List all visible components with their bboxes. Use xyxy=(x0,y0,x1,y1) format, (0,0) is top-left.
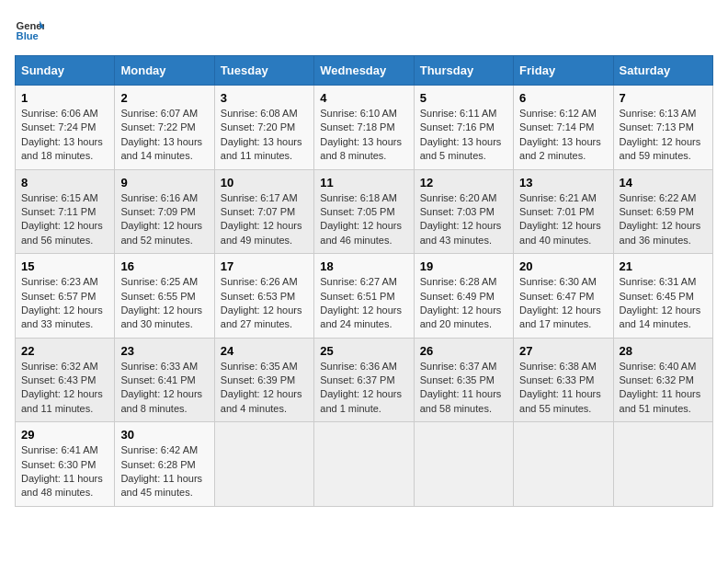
cell-info-line: Sunset: 6:55 PM xyxy=(120,290,208,304)
day-number: 22 xyxy=(21,344,108,358)
day-number: 3 xyxy=(221,91,308,105)
cell-info-line: Sunrise: 6:13 AM xyxy=(620,107,707,121)
cell-info-line: Daylight: 12 hours and 17 minutes. xyxy=(519,304,607,332)
cell-info-line: Sunrise: 6:27 AM xyxy=(320,275,407,289)
cell-info-line: Sunset: 7:20 PM xyxy=(221,121,308,134)
cell-info-line: Sunrise: 6:41 AM xyxy=(21,443,108,457)
cell-info-line: Sunset: 7:03 PM xyxy=(420,205,507,219)
calendar-cell: 15Sunrise: 6:23 AMSunset: 6:57 PMDayligh… xyxy=(16,254,115,339)
cell-info-line: Sunset: 7:24 PM xyxy=(21,121,108,134)
calendar-cell: 11Sunrise: 6:18 AMSunset: 7:05 PMDayligh… xyxy=(314,169,414,254)
calendar-week-row: 22Sunrise: 6:32 AMSunset: 6:43 PMDayligh… xyxy=(16,338,713,422)
cell-info-line: Sunset: 6:28 PM xyxy=(120,458,208,472)
cell-info-line: Sunrise: 6:08 AM xyxy=(221,107,308,121)
cell-info-line: Daylight: 12 hours and 46 minutes. xyxy=(320,219,407,247)
calendar-week-row: 1Sunrise: 6:06 AMSunset: 7:24 PMDaylight… xyxy=(16,86,713,170)
calendar-cell: 27Sunrise: 6:38 AMSunset: 6:33 PMDayligh… xyxy=(514,338,613,422)
cell-info-line: Sunset: 6:30 PM xyxy=(21,458,108,472)
cell-info-line: Sunset: 7:16 PM xyxy=(420,121,507,134)
calendar-cell: 29Sunrise: 6:41 AMSunset: 6:30 PMDayligh… xyxy=(16,422,115,507)
cell-info-line: Sunrise: 6:21 AM xyxy=(519,191,607,205)
calendar-cell: 1Sunrise: 6:06 AMSunset: 7:24 PMDaylight… xyxy=(16,86,115,170)
cell-info-line: Sunrise: 6:06 AM xyxy=(21,107,108,121)
cell-info-line: Sunrise: 6:18 AM xyxy=(320,191,407,205)
cell-info-line: Sunset: 7:14 PM xyxy=(519,121,607,134)
cell-info-line: Daylight: 13 hours and 8 minutes. xyxy=(320,135,407,164)
cell-info-line: Sunset: 7:22 PM xyxy=(120,121,208,134)
cell-info-line: Daylight: 13 hours and 11 minutes. xyxy=(221,135,308,164)
day-number: 8 xyxy=(21,176,108,190)
cell-info-line: Daylight: 12 hours and 30 minutes. xyxy=(120,304,208,332)
calendar-cell: 6Sunrise: 6:12 AMSunset: 7:14 PMDaylight… xyxy=(514,86,613,170)
calendar-cell: 3Sunrise: 6:08 AMSunset: 7:20 PMDaylight… xyxy=(214,86,313,170)
day-number: 20 xyxy=(519,259,607,273)
cell-info-line: Daylight: 12 hours and 4 minutes. xyxy=(221,387,308,416)
cell-info-line: Sunrise: 6:11 AM xyxy=(420,107,507,121)
day-number: 12 xyxy=(420,176,507,190)
calendar-cell: 16Sunrise: 6:25 AMSunset: 6:55 PMDayligh… xyxy=(115,254,214,339)
cell-info-line: Sunrise: 6:07 AM xyxy=(120,107,208,121)
cell-info-line: Daylight: 12 hours and 8 minutes. xyxy=(120,387,208,416)
day-number: 5 xyxy=(420,91,507,105)
cell-info-line: Daylight: 12 hours and 1 minute. xyxy=(320,387,407,416)
cell-info-line: Sunset: 6:35 PM xyxy=(420,373,507,387)
cell-info-line: Daylight: 11 hours and 45 minutes. xyxy=(120,472,208,500)
cell-info-line: Sunset: 6:45 PM xyxy=(620,290,707,304)
day-number: 28 xyxy=(620,344,707,358)
cell-info-line: Sunrise: 6:33 AM xyxy=(120,360,208,373)
cell-info-line: Sunrise: 6:30 AM xyxy=(519,275,607,289)
calendar-cell: 19Sunrise: 6:28 AMSunset: 6:49 PMDayligh… xyxy=(414,254,513,339)
calendar-cell xyxy=(414,422,513,507)
day-number: 15 xyxy=(21,259,108,273)
calendar-cell: 23Sunrise: 6:33 AMSunset: 6:41 PMDayligh… xyxy=(115,338,214,422)
logo-icon: General Blue xyxy=(15,15,44,44)
cell-info-line: Daylight: 11 hours and 55 minutes. xyxy=(519,387,607,416)
calendar-cell: 8Sunrise: 6:15 AMSunset: 7:11 PMDaylight… xyxy=(16,169,115,254)
calendar-cell: 30Sunrise: 6:42 AMSunset: 6:28 PMDayligh… xyxy=(115,422,214,507)
calendar-cell xyxy=(214,422,313,507)
day-number: 18 xyxy=(320,259,407,273)
day-number: 14 xyxy=(620,176,707,190)
day-number: 23 xyxy=(120,344,208,358)
calendar-cell: 24Sunrise: 6:35 AMSunset: 6:39 PMDayligh… xyxy=(214,338,313,422)
cell-info-line: Sunrise: 6:35 AM xyxy=(221,360,308,373)
calendar-cell: 12Sunrise: 6:20 AMSunset: 7:03 PMDayligh… xyxy=(414,169,513,254)
cell-info-line: Sunrise: 6:26 AM xyxy=(221,275,308,289)
cell-info-line: Daylight: 12 hours and 49 minutes. xyxy=(221,219,308,247)
day-number: 19 xyxy=(420,259,507,273)
calendar-cell: 17Sunrise: 6:26 AMSunset: 6:53 PMDayligh… xyxy=(214,254,313,339)
cell-info-line: Sunset: 6:39 PM xyxy=(221,373,308,387)
day-number: 13 xyxy=(519,176,607,190)
calendar-cell: 4Sunrise: 6:10 AMSunset: 7:18 PMDaylight… xyxy=(314,86,414,170)
day-number: 17 xyxy=(221,259,308,273)
day-number: 2 xyxy=(120,91,208,105)
cell-info-line: Sunrise: 6:22 AM xyxy=(620,191,707,205)
column-header-monday: Monday xyxy=(115,56,214,86)
day-number: 29 xyxy=(21,428,108,442)
cell-info-line: Sunrise: 6:36 AM xyxy=(320,360,407,373)
day-number: 16 xyxy=(120,259,208,273)
header: General Blue xyxy=(15,15,713,44)
calendar-cell: 10Sunrise: 6:17 AMSunset: 7:07 PMDayligh… xyxy=(214,169,313,254)
column-header-thursday: Thursday xyxy=(414,56,513,86)
day-number: 30 xyxy=(120,428,208,442)
calendar-header-row: SundayMondayTuesdayWednesdayThursdayFrid… xyxy=(16,56,713,86)
cell-info-line: Sunrise: 6:32 AM xyxy=(21,360,108,373)
cell-info-line: Sunrise: 6:10 AM xyxy=(320,107,407,121)
column-header-wednesday: Wednesday xyxy=(314,56,414,86)
cell-info-line: Sunset: 6:41 PM xyxy=(120,373,208,387)
calendar-cell: 26Sunrise: 6:37 AMSunset: 6:35 PMDayligh… xyxy=(414,338,513,422)
calendar-cell: 5Sunrise: 6:11 AMSunset: 7:16 PMDaylight… xyxy=(414,86,513,170)
cell-info-line: Sunset: 7:13 PM xyxy=(620,121,707,134)
calendar-cell: 28Sunrise: 6:40 AMSunset: 6:32 PMDayligh… xyxy=(613,338,712,422)
cell-info-line: Sunset: 6:47 PM xyxy=(519,290,607,304)
cell-info-line: Daylight: 12 hours and 33 minutes. xyxy=(21,304,108,332)
calendar-cell: 13Sunrise: 6:21 AMSunset: 7:01 PMDayligh… xyxy=(514,169,613,254)
cell-info-line: Sunset: 7:11 PM xyxy=(21,205,108,219)
cell-info-line: Sunset: 7:18 PM xyxy=(320,121,407,134)
day-number: 24 xyxy=(221,344,308,358)
cell-info-line: Sunrise: 6:40 AM xyxy=(620,360,707,373)
cell-info-line: Sunset: 6:33 PM xyxy=(519,373,607,387)
cell-info-line: Daylight: 12 hours and 14 minutes. xyxy=(620,304,707,332)
cell-info-line: Sunset: 7:01 PM xyxy=(519,205,607,219)
